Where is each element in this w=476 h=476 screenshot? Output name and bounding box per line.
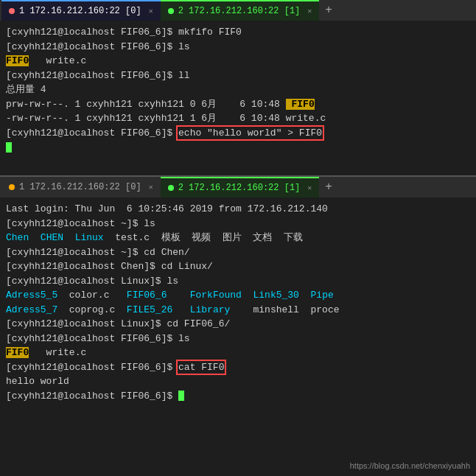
top-tab-bar: 1 172.16.212.160:22 [0] ✕ 2 172.16.212.1… — [0, 0, 476, 21]
top-line-5: 总用量 4 — [6, 83, 470, 97]
top-cursor-line — [6, 140, 470, 155]
top-line-1: [cxyhh121@localhost FIF06_6]$ mkfifo FIF… — [6, 25, 470, 40]
top-line-4: [cxyhh121@localhost FIF06_6]$ ll — [6, 69, 470, 83]
bot-line-5: [cxyhh121@localhost ~]$ cd Chen/ — [6, 245, 470, 260]
top-line-2: [cxyhh121@localhost FIF06_6]$ ls — [6, 40, 470, 55]
top-tab-2[interactable]: 2 172.16.212.160:22 [1] ✕ — [161, 0, 320, 21]
top-tab1-close[interactable]: ✕ — [149, 7, 153, 15]
top-tab-1[interactable]: 1 172.16.212.160:22 [0] ✕ — [1, 0, 161, 21]
fifo-highlight-1: FIF0 — [6, 55, 29, 66]
bottom-tab2-dot — [168, 185, 174, 191]
bottom-tab1-close[interactable]: ✕ — [149, 183, 153, 192]
bot-line-11: [cxyhh121@localhost FIF06_6]$ ls — [6, 332, 470, 346]
bottom-tab2-close[interactable]: ✕ — [307, 183, 312, 192]
bottom-tab1-label: 1 172.16.212.160:22 [0] — [19, 182, 141, 192]
bottom-tab-bar: 1 172.16.212.160:22 [0] ✕ 2 172.16.212.1… — [0, 177, 476, 197]
bot-line-2: Last login: Thu Jun 6 10:25:46 2019 from… — [6, 202, 470, 217]
top-tab2-label: 2 172.16.212.160:22 [1] — [178, 6, 301, 16]
bot-line-14: hello world — [6, 374, 470, 389]
bot-line-4: Chen CHEN Linux test.c 模板 视频 图片 文档 下载 — [6, 231, 470, 245]
bot-line-13: [cxyhh121@localhost FIF06_6]$ cat FIF0 — [6, 360, 470, 375]
bottom-terminal: Last login: Thu Jun 6 10:25:46 2019 from… — [0, 197, 476, 474]
fifo-highlight-3: FIF0 — [6, 347, 29, 358]
cat-command-highlight: cat FIF0 — [178, 362, 224, 373]
bottom-tab-2[interactable]: 2 172.16.212.160:22 [1] ✕ — [161, 177, 320, 197]
top-line-6: prw-rw-r--. 1 cxyhh121 cxyhh121 0 6月 6 1… — [6, 97, 470, 112]
bot-line-8: Adress5_5 color.c FIF06_6 ForkFound Link… — [6, 288, 470, 303]
top-tab2-close[interactable]: ✕ — [307, 7, 312, 15]
bot-line-3: [cxyhh121@localhost ~]$ ls — [6, 217, 470, 231]
bot-line-7: [cxyhh121@localhost Linux]$ ls — [6, 274, 470, 289]
bot-line-15: [cxyhh121@localhost FIF06_6]$ — [6, 389, 470, 404]
bottom-tab-add[interactable]: + — [319, 181, 338, 194]
tab2-dot — [168, 8, 174, 14]
bot-line-10: [cxyhh121@localhost Linux]$ cd FIF06_6/ — [6, 317, 470, 332]
top-line-3: FIF0 write.c — [6, 54, 470, 69]
bottom-tab-1[interactable]: 1 172.16.212.160:22 [0] ✕ — [1, 177, 161, 197]
top-tab1-label: 1 172.16.212.160:22 [0] — [19, 6, 141, 16]
watermark: https://blog.csdn.net/chenxiyuahh — [350, 461, 470, 470]
bottom-tab2-label: 2 172.16.212.160:22 [1] — [178, 183, 301, 193]
bot-line-12: FIF0 write.c — [6, 346, 470, 360]
fifo-highlight-2: FIF0 — [286, 99, 315, 110]
echo-command-highlight: echo "hello world" > FIF0 — [178, 127, 322, 139]
bot-line-9: Adress5_7 coprog.c FILE5_26 Library mins… — [6, 303, 470, 318]
bottom-tab1-dot — [9, 184, 15, 190]
top-tab-add[interactable]: + — [319, 4, 338, 17]
bottom-cursor — [178, 391, 184, 401]
top-line-8: [cxyhh121@localhost FIF06_6]$ echo "hell… — [6, 126, 470, 141]
top-terminal: [cxyhh121@localhost FIF06_6]$ mkfifo FIF… — [0, 21, 476, 175]
tab1-dot — [9, 8, 15, 14]
top-cursor — [6, 142, 12, 153]
bot-line-6: [cxyhh121@localhost Chen]$ cd Linux/ — [6, 259, 470, 274]
top-line-7: -rw-rw-r--. 1 cxyhh121 cxyhh121 1 6月 6 1… — [6, 111, 470, 126]
